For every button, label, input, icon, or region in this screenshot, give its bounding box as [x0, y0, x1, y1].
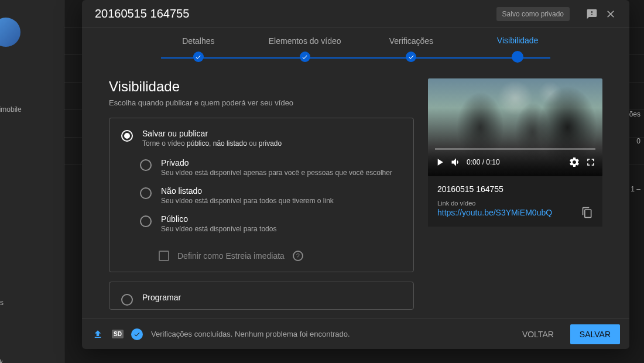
visibility-title: Visibilidade: [109, 78, 414, 95]
settings-icon[interactable]: [568, 156, 580, 168]
radio-label: Salvar ou publicar: [142, 129, 402, 138]
upload-dialog: 20160515 164755 Salvo como privado Detal…: [82, 0, 629, 349]
bg-count: 1 –: [631, 185, 640, 193]
radio-unlisted[interactable]: Não listado Seu vídeo está disponível pa…: [140, 186, 402, 205]
preview-video-title: 20160515 164755: [437, 184, 593, 194]
sidebar-item[interactable]: orais: [0, 299, 4, 307]
dialog-footer: SD Verificações concluídas. Nenhum probl…: [82, 319, 629, 349]
close-icon[interactable]: [605, 8, 616, 20]
radio-label: Não listado: [161, 186, 402, 196]
step-check-icon: [300, 52, 310, 62]
dialog-title: 20160515 164755: [95, 7, 496, 20]
step-check-icon: [193, 52, 204, 62]
sidebar-item[interactable]: back: [0, 358, 3, 363]
save-publish-card: Salvar ou publicar Torne o vídeo público…: [109, 118, 414, 272]
radio-icon: [140, 215, 152, 227]
checkbox-label: Definir como Estreia imediata: [177, 251, 285, 261]
sd-badge: SD: [111, 328, 124, 341]
step-elements[interactable]: Elementos do vídeo: [269, 36, 341, 46]
radio-label: Público: [161, 214, 402, 224]
radio-icon: [140, 187, 152, 199]
feedback-icon[interactable]: [586, 8, 598, 20]
save-button[interactable]: SALVAR: [570, 324, 620, 344]
check-complete-icon: [131, 328, 143, 340]
checkbox-icon: [159, 251, 169, 261]
copy-icon[interactable]: [581, 207, 593, 218]
progress-stepper: Detalhes Elementos do vídeo Verificações…: [82, 28, 629, 70]
visibility-subtitle: Escolha quando publicar e quem poderá ve…: [109, 98, 414, 107]
video-preview[interactable]: 0:00 / 0:10: [428, 78, 602, 176]
fullscreen-icon[interactable]: [585, 156, 597, 168]
sidebar: nal Tekimobile s orais es back: [0, 0, 64, 363]
back-button[interactable]: VOLTAR: [513, 324, 563, 344]
radio-label: Privado: [161, 158, 402, 167]
schedule-card: Programar: [109, 282, 414, 310]
video-controls: 0:00 / 0:10: [428, 148, 602, 176]
radio-description: Torne o vídeo público, não listado ou pr…: [142, 139, 402, 148]
dialog-header: 20160515 164755 Salvo como privado: [82, 0, 629, 28]
step-check-icon: [406, 52, 416, 62]
radio-description: Seu vídeo está disponível para todos: [161, 225, 402, 233]
play-icon[interactable]: [434, 156, 446, 168]
time-display: 0:00 / 0:10: [467, 158, 500, 166]
upload-icon: [91, 328, 104, 341]
footer-status: Verificações concluídas. Nenhum problema…: [151, 330, 506, 338]
step-visibility[interactable]: Visibilidade: [497, 36, 539, 45]
channel-name: Tekimobile: [0, 105, 22, 114]
step-checks[interactable]: Verificações: [389, 36, 433, 46]
step-details[interactable]: Detalhes: [182, 36, 214, 46]
radio-private[interactable]: Privado Seu vídeo está disponível apenas…: [140, 158, 402, 177]
radio-icon: [121, 130, 133, 142]
saved-status-badge: Salvo como privado: [496, 7, 570, 21]
help-icon[interactable]: ?: [293, 251, 303, 261]
volume-icon[interactable]: [450, 156, 462, 168]
radio-description: Seu vídeo está disponível para todos que…: [161, 197, 402, 205]
radio-icon: [121, 294, 133, 306]
video-link[interactable]: https://youtu.be/S3YMiEM0ubQ: [437, 208, 552, 217]
premiere-checkbox-row[interactable]: Definir como Estreia imediata ?: [159, 251, 402, 261]
channel-avatar[interactable]: [0, 18, 20, 47]
radio-public[interactable]: Público Seu vídeo está disponível para t…: [140, 214, 402, 233]
bg-count: 0: [636, 137, 640, 145]
radio-label: Programar: [142, 293, 402, 302]
step-current-icon: [512, 51, 523, 63]
radio-schedule[interactable]: Programar: [121, 293, 402, 306]
link-label: Link do vídeo: [437, 200, 593, 207]
bg-header: ões: [629, 110, 640, 118]
radio-icon: [140, 159, 152, 171]
video-meta: 20160515 164755 Link do vídeo https://yo…: [428, 176, 602, 227]
progress-bar[interactable]: [435, 148, 595, 150]
radio-save-publish[interactable]: Salvar ou publicar Torne o vídeo público…: [121, 129, 402, 148]
radio-description: Seu vídeo está disponível apenas para vo…: [161, 169, 402, 177]
